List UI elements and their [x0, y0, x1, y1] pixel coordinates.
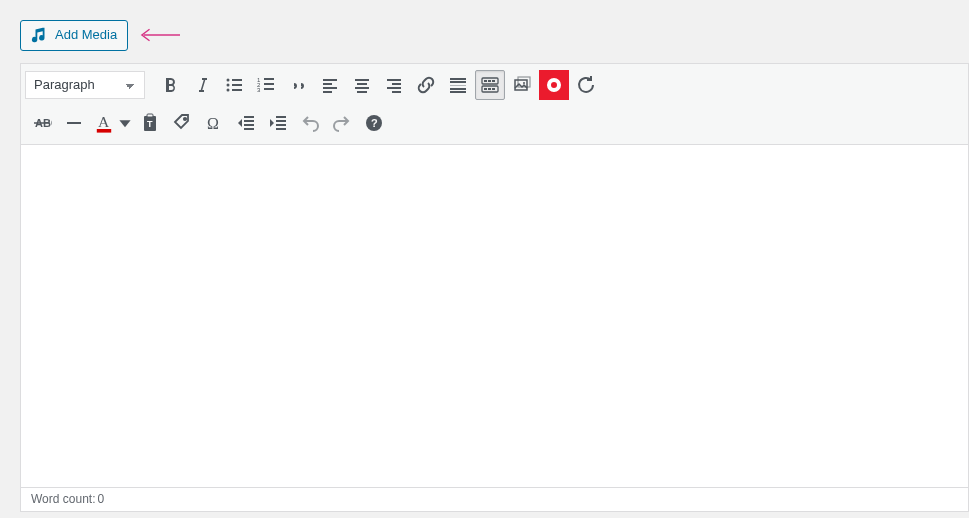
svg-rect-14: [323, 83, 332, 85]
tag-button[interactable]: [167, 108, 197, 138]
svg-rect-54: [244, 124, 254, 126]
svg-rect-11: [264, 83, 274, 85]
svg-text:ABC: ABC: [35, 117, 52, 129]
svg-rect-19: [355, 87, 369, 89]
svg-rect-37: [492, 88, 495, 90]
svg-rect-18: [357, 83, 367, 85]
paste-text-button[interactable]: T: [135, 108, 165, 138]
toolbar-toggle-button[interactable]: [475, 70, 505, 100]
bold-button[interactable]: [155, 70, 185, 100]
undo-button[interactable]: [295, 108, 325, 138]
bulleted-list-button[interactable]: [219, 70, 249, 100]
issuu-icon: [547, 78, 561, 92]
special-character-icon: Ω: [204, 113, 224, 133]
redo-button[interactable]: [327, 108, 357, 138]
align-right-icon: [384, 75, 404, 95]
svg-point-3: [227, 88, 230, 91]
horizontal-line-button[interactable]: [59, 108, 89, 138]
increase-indent-button[interactable]: [263, 108, 293, 138]
help-button[interactable]: ?: [359, 108, 389, 138]
svg-rect-4: [232, 79, 242, 81]
svg-point-39: [523, 82, 525, 84]
svg-rect-38: [515, 80, 527, 90]
align-center-button[interactable]: [347, 70, 377, 100]
link-button[interactable]: [411, 70, 441, 100]
special-character-button[interactable]: Ω: [199, 108, 229, 138]
svg-rect-15: [323, 87, 337, 89]
svg-rect-10: [264, 78, 274, 80]
music-media-icon: [31, 26, 49, 44]
numbered-list-icon: 123: [256, 75, 276, 95]
help-icon: ?: [364, 113, 384, 133]
svg-rect-32: [488, 80, 491, 82]
svg-rect-20: [357, 91, 367, 93]
chevron-down-icon: [118, 116, 132, 130]
svg-marker-61: [270, 119, 274, 127]
tag-icon: [172, 113, 192, 133]
svg-rect-45: [97, 129, 111, 133]
text-color-button[interactable]: A: [91, 108, 117, 138]
svg-rect-27: [450, 85, 466, 86]
issuu-button[interactable]: [539, 70, 569, 100]
editor-statusbar: Word count: 0: [21, 487, 968, 511]
svg-rect-58: [276, 120, 286, 122]
word-count-label: Word count:: [31, 492, 95, 506]
svg-rect-43: [67, 122, 81, 124]
svg-text:2: 2: [257, 82, 261, 88]
bold-icon: [160, 75, 180, 95]
strikethrough-button[interactable]: ABC: [27, 108, 57, 138]
align-left-icon: [320, 75, 340, 95]
svg-rect-48: [147, 114, 153, 117]
svg-rect-22: [392, 83, 401, 85]
redo-icon: [332, 113, 352, 133]
italic-icon: [192, 75, 212, 95]
svg-rect-36: [488, 88, 491, 90]
svg-rect-29: [450, 91, 466, 93]
paragraph-format-select[interactable]: Paragraph: [25, 71, 145, 99]
svg-rect-21: [387, 79, 401, 81]
add-media-button[interactable]: Add Media: [20, 20, 128, 51]
blockquote-button[interactable]: [283, 70, 313, 100]
svg-rect-25: [450, 78, 466, 80]
text-color-dropdown[interactable]: [117, 108, 133, 138]
editor-toolbar: Paragraph 123: [21, 64, 968, 145]
annotation-arrow: [140, 28, 180, 42]
link-icon: [416, 75, 436, 95]
svg-text:A: A: [98, 112, 110, 129]
svg-rect-13: [323, 79, 337, 81]
svg-rect-5: [232, 84, 242, 86]
svg-rect-24: [392, 91, 401, 93]
svg-point-2: [227, 83, 230, 86]
refresh-icon: [576, 75, 596, 95]
increase-indent-icon: [268, 113, 288, 133]
svg-rect-47: [144, 116, 156, 131]
svg-rect-30: [482, 78, 498, 84]
italic-button[interactable]: [187, 70, 217, 100]
toolbar-toggle-icon: [480, 75, 500, 95]
svg-rect-55: [244, 128, 254, 130]
svg-rect-33: [492, 80, 495, 82]
svg-rect-28: [450, 88, 466, 90]
decrease-indent-button[interactable]: [231, 108, 261, 138]
svg-rect-23: [387, 87, 401, 89]
svg-rect-53: [244, 120, 254, 122]
editor-content-area[interactable]: [21, 145, 968, 487]
media-gallery-button[interactable]: [507, 70, 537, 100]
horizontal-line-icon: [64, 113, 84, 133]
svg-rect-60: [276, 128, 286, 130]
svg-text:Ω: Ω: [207, 115, 219, 132]
refresh-button[interactable]: [571, 70, 601, 100]
svg-rect-59: [276, 124, 286, 126]
align-center-icon: [352, 75, 372, 95]
decrease-indent-icon: [236, 113, 256, 133]
numbered-list-button[interactable]: 123: [251, 70, 281, 100]
bulleted-list-icon: [224, 75, 244, 95]
align-right-button[interactable]: [379, 70, 409, 100]
editor-container: Paragraph 123: [20, 63, 969, 512]
read-more-button[interactable]: [443, 70, 473, 100]
svg-text:1: 1: [257, 77, 261, 83]
blockquote-icon: [288, 75, 308, 95]
svg-rect-34: [482, 86, 498, 92]
svg-rect-40: [518, 77, 530, 87]
align-left-button[interactable]: [315, 70, 345, 100]
